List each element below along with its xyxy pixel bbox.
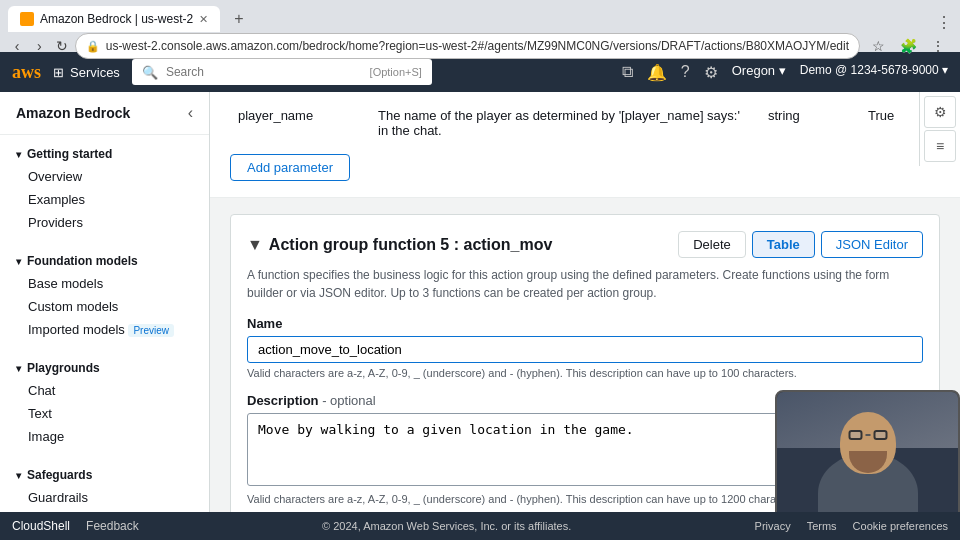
browser-menu-button[interactable]: ⋮ bbox=[936, 13, 952, 32]
sidebar-item-imported-models[interactable]: Imported models Preview bbox=[0, 318, 209, 341]
sidebar-section-playgrounds: ▾ Playgrounds Chat Text Image bbox=[0, 349, 209, 456]
sidebar-header: Amazon Bedrock ‹ bbox=[0, 92, 209, 135]
terms-link[interactable]: Terms bbox=[807, 520, 837, 532]
action-group-title-text: Action group function 5 : action_mov bbox=[269, 236, 553, 254]
param-type-cell: string bbox=[760, 102, 860, 129]
reload-button[interactable]: ↻ bbox=[52, 32, 70, 60]
sidebar-collapse-button[interactable]: ‹ bbox=[188, 104, 193, 122]
back-button[interactable]: ‹ bbox=[8, 32, 26, 60]
grid-icon: ⊞ bbox=[53, 65, 64, 80]
section-header-safeguards[interactable]: ▾ Safeguards bbox=[0, 464, 209, 486]
sidebar-item-examples[interactable]: Examples bbox=[0, 188, 209, 211]
search-icon: 🔍 bbox=[142, 65, 158, 80]
feedback-button[interactable]: Feedback bbox=[86, 519, 139, 533]
sidebar-item-custom-models[interactable]: Custom models bbox=[0, 295, 209, 318]
action-group-title: ▼ Action group function 5 : action_mov bbox=[247, 236, 552, 254]
url-text: us-west-2.console.aws.amazon.com/bedrock… bbox=[106, 39, 849, 53]
lock-icon: 🔒 bbox=[86, 40, 100, 53]
aws-logo: aws bbox=[12, 62, 41, 83]
section-arrow: ▾ bbox=[16, 256, 21, 267]
delete-button[interactable]: Delete bbox=[678, 231, 746, 258]
sidebar-item-guardrails[interactable]: Guardrails bbox=[0, 486, 209, 509]
tab-title: Amazon Bedrock | us-west-2 bbox=[40, 12, 193, 26]
new-tab-button[interactable]: + bbox=[222, 6, 255, 32]
name-input[interactable] bbox=[247, 336, 923, 363]
param-name-cell: player_name bbox=[230, 102, 370, 129]
tab-bar: Amazon Bedrock | us-west-2 ✕ + ⋮ bbox=[0, 0, 960, 32]
section-header-playgrounds[interactable]: ▾ Playgrounds bbox=[0, 357, 209, 379]
browser-actions: ☆ 🧩 ⋮ bbox=[864, 32, 952, 60]
table-button[interactable]: Table bbox=[752, 231, 815, 258]
browser-chrome: Amazon Bedrock | us-west-2 ✕ + ⋮ ‹ › ↻ 🔒… bbox=[0, 0, 960, 52]
action-group-header: ▼ Action group function 5 : action_mov D… bbox=[247, 231, 923, 258]
main-layout: Amazon Bedrock ‹ ▾ Getting started Overv… bbox=[0, 92, 960, 540]
favicon bbox=[20, 12, 34, 26]
search-shortcut: [Option+S] bbox=[370, 66, 422, 78]
param-table-section: player_name The name of the player as de… bbox=[210, 92, 960, 198]
cookie-preferences-link[interactable]: Cookie preferences bbox=[853, 520, 948, 532]
active-tab[interactable]: Amazon Bedrock | us-west-2 ✕ bbox=[8, 6, 220, 32]
sidebar: Amazon Bedrock ‹ ▾ Getting started Overv… bbox=[0, 92, 210, 540]
sidebar-item-image[interactable]: Image bbox=[0, 425, 209, 448]
close-tab-button[interactable]: ✕ bbox=[199, 13, 208, 26]
services-menu[interactable]: ⊞ Services bbox=[53, 65, 120, 80]
account-menu[interactable]: Demo @ 1234-5678-9000 ▾ bbox=[800, 63, 948, 82]
sidebar-item-overview[interactable]: Overview bbox=[0, 165, 209, 188]
info-panel-button[interactable]: ≡ bbox=[924, 130, 956, 162]
sidebar-item-base-models[interactable]: Base models bbox=[0, 272, 209, 295]
search-bar[interactable]: 🔍 [Option+S] bbox=[132, 59, 432, 85]
cloudshell-button[interactable]: CloudShell bbox=[12, 519, 70, 533]
section-label: Foundation models bbox=[27, 254, 138, 268]
sidebar-section-foundation-models: ▾ Foundation models Base models Custom m… bbox=[0, 242, 209, 349]
content-area: player_name The name of the player as de… bbox=[210, 92, 960, 540]
extensions-button[interactable]: 🧩 bbox=[894, 32, 922, 60]
sidebar-section-getting-started: ▾ Getting started Overview Examples Prov… bbox=[0, 135, 209, 242]
footer-bar: CloudShell Feedback © 2024, Amazon Web S… bbox=[0, 512, 960, 540]
sidebar-item-chat[interactable]: Chat bbox=[0, 379, 209, 402]
settings-button[interactable]: ⋮ bbox=[924, 32, 952, 60]
param-table-row: player_name The name of the player as de… bbox=[230, 102, 940, 144]
preview-badge: Preview bbox=[128, 324, 174, 337]
section-arrow: ▾ bbox=[16, 149, 21, 160]
section-label: Getting started bbox=[27, 147, 112, 161]
url-bar[interactable]: 🔒 us-west-2.console.aws.amazon.com/bedro… bbox=[75, 33, 860, 59]
add-parameter-button[interactable]: Add parameter bbox=[230, 154, 350, 181]
sidebar-item-text[interactable]: Text bbox=[0, 402, 209, 425]
section-header-getting-started[interactable]: ▾ Getting started bbox=[0, 143, 209, 165]
sidebar-title: Amazon Bedrock bbox=[16, 105, 130, 121]
right-side-icons: ⚙ ≡ bbox=[919, 92, 960, 166]
action-group-description: A function specifies the business logic … bbox=[247, 266, 923, 302]
cloudwatch-icon[interactable]: ⧉ bbox=[622, 63, 633, 82]
copyright-text: © 2024, Amazon Web Services, Inc. or its… bbox=[322, 520, 571, 532]
action-group-buttons: Delete Table JSON Editor bbox=[678, 231, 923, 258]
notification-icon[interactable]: 🔔 bbox=[647, 63, 667, 82]
bookmark-button[interactable]: ☆ bbox=[864, 32, 892, 60]
services-label: Services bbox=[70, 65, 120, 80]
json-editor-button[interactable]: JSON Editor bbox=[821, 231, 923, 258]
section-label: Safeguards bbox=[27, 468, 92, 482]
help-icon[interactable]: ? bbox=[681, 63, 690, 82]
privacy-link[interactable]: Privacy bbox=[755, 520, 791, 532]
triangle-icon: ▼ bbox=[247, 236, 263, 254]
nav-icons: ⧉ 🔔 ? ⚙ Oregon ▾ Demo @ 1234-5678-9000 ▾ bbox=[622, 63, 948, 82]
section-arrow: ▾ bbox=[16, 363, 21, 374]
name-hint: Valid characters are a-z, A-Z, 0-9, _ (u… bbox=[247, 367, 923, 379]
browser-controls: ‹ › ↻ 🔒 us-west-2.console.aws.amazon.com… bbox=[0, 32, 960, 60]
settings-icon[interactable]: ⚙ bbox=[704, 63, 718, 82]
sidebar-item-providers[interactable]: Providers bbox=[0, 211, 209, 234]
name-field-section: Name Valid characters are a-z, A-Z, 0-9,… bbox=[247, 316, 923, 379]
section-header-foundation-models[interactable]: ▾ Foundation models bbox=[0, 250, 209, 272]
section-arrow: ▾ bbox=[16, 470, 21, 481]
forward-button[interactable]: › bbox=[30, 32, 48, 60]
param-desc-cell: The name of the player as determined by … bbox=[370, 102, 760, 144]
name-label: Name bbox=[247, 316, 923, 331]
region-selector[interactable]: Oregon ▾ bbox=[732, 63, 786, 82]
optional-label: - optional bbox=[322, 393, 375, 408]
section-label: Playgrounds bbox=[27, 361, 100, 375]
settings-panel-button[interactable]: ⚙ bbox=[924, 96, 956, 128]
search-input[interactable] bbox=[166, 65, 362, 79]
